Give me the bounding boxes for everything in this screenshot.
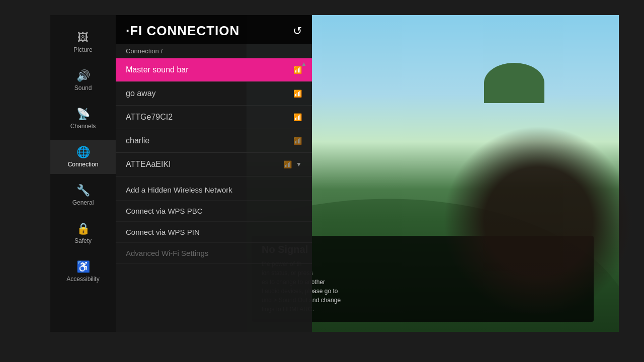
network-item-go-away[interactable]: go away 📶 (116, 82, 312, 106)
sidebar-label-general: General (72, 199, 94, 206)
wifi-icon-attge79ci2: 📶 (293, 113, 302, 121)
sidebar-item-accessibility[interactable]: ♿ Accessibility (50, 254, 116, 289)
sidebar-item-sound[interactable]: 🔊 Sound (50, 63, 116, 98)
option-add-hidden[interactable]: Add a Hidden Wireless Network (116, 179, 312, 201)
sidebar-item-safety[interactable]: 🔒 Safety (50, 216, 116, 250)
main-panel: ·FI CONNECTION ↺ Connection / ▲ Master s… (116, 15, 312, 332)
sidebar-item-connection[interactable]: 🌐 Connection (50, 140, 116, 174)
network-name-atteaaeiki: ATTEAaEIKI (126, 160, 283, 169)
network-name-charlie: charlie (126, 136, 293, 145)
sidebar-item-general[interactable]: 🔧 General (50, 178, 116, 212)
accessibility-icon: ♿ (76, 260, 90, 274)
scroll-up-arrow[interactable]: ▲ (301, 60, 307, 67)
network-name-master-sound-bar: Master sound bar (126, 65, 293, 74)
option-advanced-wifi[interactable]: Advanced Wi-Fi Settings (116, 243, 312, 264)
option-wps-pin[interactable]: Connect via WPS PIN (116, 222, 312, 243)
option-wps-pbc[interactable]: Connect via WPS PBC (116, 201, 312, 222)
sidebar-item-channels[interactable]: 📡 Channels (50, 102, 116, 136)
network-list: ▲ Master sound bar 📶 go away 📶 ATTGe79CI… (116, 58, 312, 176)
network-item-master-sound-bar[interactable]: Master sound bar 📶 (116, 58, 312, 82)
network-name-attge79ci2: ATTGe79CI2 (126, 113, 293, 122)
picture-icon: 🖼 (77, 31, 89, 44)
wifi-icon-atteaaeiki: 📶 (283, 160, 292, 168)
bottom-options: Add a Hidden Wireless Network Connect vi… (116, 176, 312, 267)
general-icon: 🔧 (76, 184, 90, 197)
sidebar-item-picture[interactable]: 🖼 Picture (50, 25, 116, 59)
back-button[interactable]: ↺ (293, 25, 302, 38)
sound-icon: 🔊 (76, 69, 90, 82)
network-item-attge79ci2[interactable]: ATTGe79CI2 📶 (116, 106, 312, 129)
castle-hill (484, 63, 544, 103)
sidebar-label-safety: Safety (74, 237, 92, 244)
sidebar-label-sound: Sound (74, 84, 92, 92)
safety-icon: 🔒 (76, 222, 90, 235)
sidebar-label-connection: Connection (68, 161, 99, 168)
connection-icon: 🌐 (76, 146, 90, 159)
wifi-icon-go-away: 📶 (293, 89, 302, 98)
wifi-icon-charlie: 📶 (293, 137, 302, 145)
network-item-charlie[interactable]: charlie 📶 (116, 129, 312, 153)
channels-icon: 📡 (76, 108, 90, 121)
sidebar-label-picture: Picture (73, 46, 92, 53)
sidebar-label-accessibility: Accessibility (66, 276, 99, 283)
sidebar: 🖼 Picture 🔊 Sound 📡 Channels 🌐 Connectio… (50, 15, 116, 332)
scroll-down-arrow[interactable]: ▼ (296, 161, 302, 168)
breadcrumb: Connection / (116, 44, 312, 58)
network-item-atteaaeiki[interactable]: ATTEAaEIKI 📶 ▼ (116, 153, 312, 176)
panel-title: ·FI CONNECTION (126, 23, 239, 39)
network-name-go-away: go away (126, 89, 293, 98)
sidebar-label-channels: Channels (70, 123, 96, 130)
panel-header: ·FI CONNECTION ↺ (116, 15, 312, 44)
screen-container: No Signal the power of th ion status, or… (0, 0, 644, 362)
